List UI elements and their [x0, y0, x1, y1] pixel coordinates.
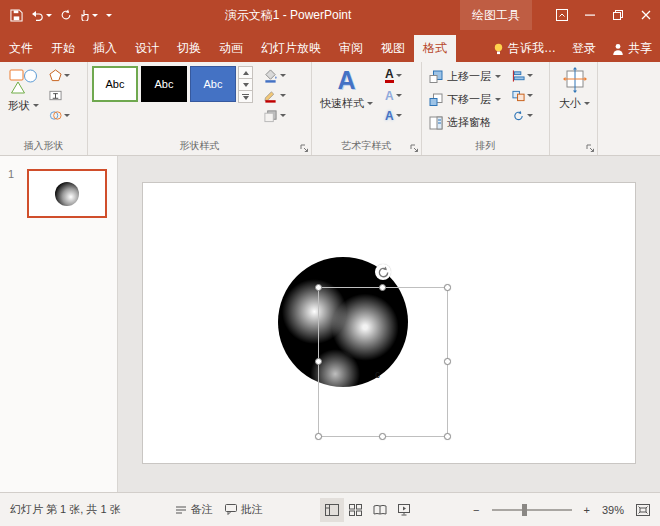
- save-icon: [10, 9, 23, 22]
- tab-design[interactable]: 设计: [126, 35, 168, 62]
- quick-styles-button[interactable]: A 快速样式: [316, 66, 377, 138]
- gallery-more-button[interactable]: [238, 90, 253, 103]
- comments-icon: [225, 504, 237, 515]
- shape-outline-button[interactable]: [261, 88, 288, 103]
- tab-format[interactable]: 格式: [414, 35, 456, 62]
- size-icon: [563, 67, 587, 93]
- resize-handle-middle-left[interactable]: [315, 358, 322, 365]
- lightbulb-icon: [493, 43, 504, 55]
- shapes-dropdown-caret: [33, 104, 39, 107]
- send-backward-caret: [495, 98, 501, 101]
- zoom-out-button[interactable]: −: [467, 504, 485, 516]
- rotate-objects-icon: [512, 110, 525, 122]
- selection-pane-button[interactable]: 选择窗格: [426, 112, 504, 133]
- size-dialog-launcher[interactable]: [586, 144, 595, 153]
- save-button[interactable]: [6, 2, 27, 28]
- align-objects-caret: [527, 74, 533, 77]
- tab-home[interactable]: 开始: [42, 35, 84, 62]
- slideshow-view-button[interactable]: [392, 498, 416, 522]
- shape-style-tile-1[interactable]: Abc: [92, 66, 138, 102]
- powerpoint-window: 演示文稿1 - PowerPoint 绘图工具: [0, 0, 660, 526]
- text-effects-button[interactable]: A: [383, 108, 404, 123]
- share-person-icon: [612, 43, 624, 55]
- edit-shape-button[interactable]: [47, 68, 72, 83]
- normal-view-button[interactable]: [320, 498, 344, 522]
- resize-handle-middle-right[interactable]: [444, 358, 451, 365]
- group-wordart-styles: A 快速样式 A A A: [312, 62, 422, 155]
- zoom-slider-thumb[interactable]: [522, 504, 527, 516]
- group-arrange: 上移一层 下移一层 选择窗格: [422, 62, 550, 155]
- main-content: 1 c: [0, 156, 660, 492]
- tab-insert[interactable]: 插入: [84, 35, 126, 62]
- undo-button[interactable]: [27, 2, 56, 28]
- touch-mode-button[interactable]: [76, 2, 102, 28]
- size-button[interactable]: 大小: [555, 66, 594, 138]
- zoom-level[interactable]: 39%: [596, 504, 630, 516]
- zoom-slider[interactable]: [492, 509, 572, 511]
- shape-fill-caret: [280, 74, 286, 77]
- shape-fill-button[interactable]: [261, 68, 288, 83]
- window-controls: [548, 0, 660, 30]
- shape-effects-button[interactable]: [261, 108, 288, 123]
- reading-view-button[interactable]: [368, 498, 392, 522]
- customize-qat-button[interactable]: [102, 2, 116, 28]
- tell-me-box[interactable]: 告诉我…: [485, 35, 564, 62]
- zoom-in-button[interactable]: +: [578, 504, 596, 516]
- wordart-dialog-launcher[interactable]: [410, 144, 419, 153]
- sign-in-button[interactable]: 登录: [564, 35, 604, 62]
- text-effects-icon: A: [385, 110, 394, 122]
- thumbnail-shape: [55, 182, 79, 206]
- size-caret: [584, 102, 590, 105]
- rotate-handle[interactable]: [375, 264, 391, 280]
- align-objects-button[interactable]: [510, 68, 535, 83]
- resize-handle-bottom-middle[interactable]: [379, 433, 386, 440]
- group-objects-button[interactable]: [510, 88, 535, 103]
- tab-transitions[interactable]: 切换: [168, 35, 210, 62]
- shapes-gallery-button[interactable]: 形状: [4, 66, 43, 138]
- resize-handle-top-middle[interactable]: [379, 284, 386, 291]
- close-button[interactable]: [632, 0, 660, 30]
- slide-editor-area: c: [118, 156, 660, 492]
- shape-style-tile-2[interactable]: Abc: [141, 66, 187, 102]
- selection-pane-label: 选择窗格: [447, 115, 491, 130]
- gallery-up-icon: [243, 71, 249, 75]
- redo-button[interactable]: [56, 2, 76, 28]
- rotate-objects-button[interactable]: [510, 108, 535, 123]
- slide-1-thumbnail[interactable]: [27, 169, 107, 218]
- resize-handle-bottom-left[interactable]: [315, 433, 322, 440]
- merge-shapes-icon: [49, 109, 62, 122]
- resize-handle-bottom-right[interactable]: [444, 433, 451, 440]
- merge-shapes-button[interactable]: [47, 108, 72, 123]
- share-button[interactable]: 共享: [604, 35, 660, 62]
- resize-handle-top-right[interactable]: [444, 284, 451, 291]
- touch-mode-icon: [80, 9, 90, 21]
- shape-styles-dialog-launcher[interactable]: [300, 144, 309, 153]
- resize-handle-top-left[interactable]: [315, 284, 322, 291]
- restore-button[interactable]: [604, 0, 632, 30]
- wordart-a-icon: A: [337, 67, 355, 93]
- tab-file[interactable]: 文件: [0, 35, 42, 62]
- text-fill-button[interactable]: A: [383, 68, 404, 83]
- tab-slideshow[interactable]: 幻灯片放映: [252, 35, 330, 62]
- customize-qat-caret: [106, 14, 112, 17]
- selection-pane-icon: [429, 116, 443, 130]
- shape-style-tile-3[interactable]: Abc: [190, 66, 236, 102]
- notes-button[interactable]: 备注: [169, 502, 219, 517]
- bring-forward-button[interactable]: 上移一层: [426, 66, 504, 87]
- slide-canvas[interactable]: c: [143, 183, 635, 463]
- ribbon-display-options-button[interactable]: [548, 0, 576, 30]
- fit-to-window-button[interactable]: [630, 504, 656, 516]
- sign-in-label: 登录: [572, 35, 596, 62]
- tab-view[interactable]: 视图: [372, 35, 414, 62]
- tab-animations[interactable]: 动画: [210, 35, 252, 62]
- tab-review[interactable]: 审阅: [330, 35, 372, 62]
- send-backward-label: 下移一层: [447, 92, 491, 107]
- merge-shapes-caret: [64, 114, 70, 117]
- text-box-button[interactable]: [47, 88, 72, 103]
- text-outline-button[interactable]: A: [383, 88, 404, 103]
- minimize-button[interactable]: [576, 0, 604, 30]
- send-backward-button[interactable]: 下移一层: [426, 89, 504, 110]
- comments-button[interactable]: 批注: [219, 502, 269, 517]
- undo-icon: [31, 10, 44, 21]
- slide-sorter-view-button[interactable]: [344, 498, 368, 522]
